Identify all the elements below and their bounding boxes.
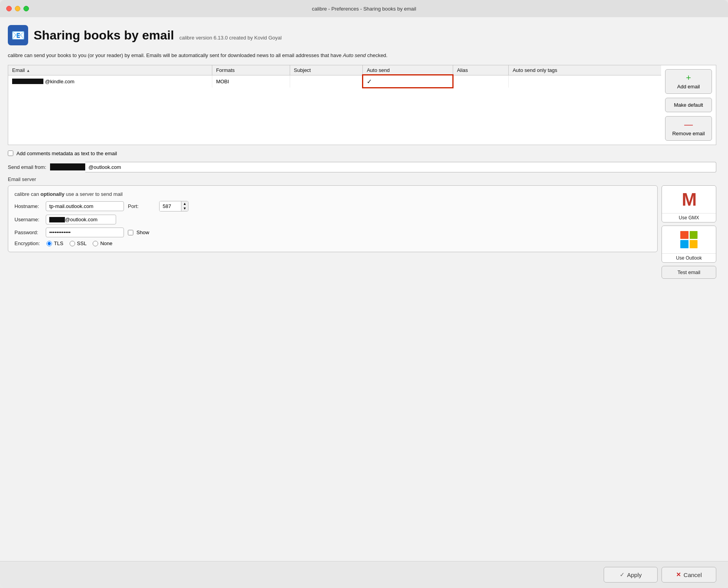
window-title: calibre - Preferences - Sharing books by… — [312, 6, 416, 12]
encryption-tls-radio[interactable] — [47, 241, 52, 246]
table-header-row: Email ▲ Formats Subject Auto send Alias … — [8, 65, 661, 75]
make-default-button[interactable]: Make default — [665, 98, 712, 112]
plus-icon: + — [686, 74, 691, 82]
main-content: 📧 Sharing books by email calibre version… — [0, 17, 728, 561]
title-bar: calibre - Preferences - Sharing books by… — [0, 0, 728, 17]
close-button[interactable] — [6, 6, 12, 11]
username-domain: @outlook.com — [65, 217, 97, 222]
email-table-container: Email ▲ Formats Subject Auto send Alias … — [8, 65, 716, 145]
encryption-none-label: None — [100, 240, 112, 246]
table-row[interactable]: @kindle.com MOBI ✓ — [8, 75, 661, 88]
cancel-x-icon: ✕ — [676, 571, 681, 578]
col-email: Email ▲ — [8, 65, 212, 75]
use-gmx-button[interactable]: M Use GMX — [662, 185, 716, 222]
outlook-logo — [680, 231, 698, 248]
email-server-section: calibre can optionally use a server to s… — [8, 185, 716, 279]
outlook-grid-blue — [680, 240, 689, 248]
apply-label: Apply — [627, 572, 642, 578]
gmx-icon-area: M — [663, 186, 714, 213]
encryption-none-option[interactable]: None — [93, 240, 112, 246]
show-row: Show — [128, 229, 149, 235]
m-icon: M — [682, 189, 696, 210]
alias-cell — [453, 75, 509, 88]
server-optionally: optionally — [40, 191, 64, 197]
port-up-arrow[interactable]: ▲ — [181, 201, 188, 206]
password-row: Password: Show — [14, 228, 651, 237]
encryption-row: Encryption: TLS SSL — [14, 240, 651, 246]
add-email-label: Add email — [677, 84, 700, 90]
auto-send-checkbox[interactable]: ✓ — [367, 78, 372, 85]
email-value: @kindle.com — [12, 79, 208, 84]
page-title: Sharing books by email — [34, 28, 174, 42]
encryption-label: Encryption: — [14, 240, 42, 246]
remove-email-button[interactable]: — Remove email — [665, 116, 712, 141]
cancel-button[interactable]: ✕ Cancel — [662, 567, 716, 583]
formats-cell: MOBI — [212, 75, 290, 88]
port-label: Port: — [128, 203, 155, 209]
metadata-label: Add comments metadata as text to the ema… — [16, 151, 117, 156]
email-table-wrapper: Email ▲ Formats Subject Auto send Alias … — [8, 65, 661, 145]
email-domain: @kindle.com — [45, 79, 74, 84]
show-password-checkbox[interactable] — [128, 230, 133, 235]
col-auto-send: Auto send — [363, 65, 453, 75]
hostname-input[interactable] — [46, 201, 124, 211]
auto-send-tags-cell — [509, 75, 661, 88]
encryption-none-radio[interactable] — [93, 241, 98, 246]
description-text: calibre can send your books to you (or y… — [8, 52, 716, 59]
server-desc-prefix: calibre can — [14, 191, 40, 197]
minimize-button[interactable] — [15, 6, 20, 11]
port-arrows: ▲ ▼ — [181, 201, 188, 212]
use-gmx-label: Use GMX — [662, 213, 716, 222]
port-spinbox[interactable]: ▲ ▼ — [159, 201, 188, 212]
server-description: calibre can optionally use a server to s… — [14, 191, 651, 197]
server-desc-suffix: use a server to send mail — [65, 191, 123, 197]
bottom-bar: ✓ Apply ✕ Cancel — [0, 561, 728, 588]
send-from-row: Send email from: — [8, 162, 716, 172]
subject-cell — [290, 75, 363, 88]
encryption-ssl-option[interactable]: SSL — [70, 240, 87, 246]
email-server-inner: calibre can optionally use a server to s… — [8, 185, 658, 253]
auto-send-cell[interactable]: ✓ — [363, 75, 453, 88]
checkmark-icon: ✓ — [620, 571, 625, 578]
outlook-grid-red — [680, 231, 689, 239]
description-line2: checked. — [367, 52, 387, 58]
email-table: Email ▲ Formats Subject Auto send Alias … — [8, 65, 661, 88]
col-formats: Formats — [212, 65, 290, 75]
maximize-button[interactable] — [23, 6, 29, 11]
version-text: calibre version 6.13.0 created by Kovid … — [179, 35, 282, 41]
use-outlook-button[interactable]: Use Outlook — [662, 226, 716, 263]
server-buttons: M Use GMX — [662, 185, 716, 279]
gmx-logo: M — [682, 189, 696, 210]
hostname-label: Hostname: — [14, 203, 42, 209]
send-from-label: Send email from: — [8, 164, 46, 170]
send-from-input[interactable] — [85, 162, 716, 172]
make-default-label: Make default — [674, 102, 703, 108]
test-email-button[interactable]: Test email — [662, 266, 716, 279]
port-input[interactable] — [160, 201, 181, 212]
port-down-arrow[interactable]: ▼ — [181, 206, 188, 211]
add-email-button[interactable]: + Add email — [665, 69, 712, 94]
page-icon: 📧 — [8, 25, 28, 45]
page-header: 📧 Sharing books by email calibre version… — [8, 25, 716, 45]
encryption-tls-label: TLS — [54, 240, 63, 246]
apply-button[interactable]: ✓ Apply — [604, 567, 658, 583]
header-titles: Sharing books by email calibre version 6… — [34, 28, 282, 43]
email-redacted-block — [12, 79, 43, 84]
use-outlook-label: Use Outlook — [662, 253, 716, 262]
col-alias: Alias — [453, 65, 509, 75]
username-label: Username: — [14, 217, 42, 222]
outlook-icon-area — [663, 226, 714, 253]
show-label: Show — [136, 229, 149, 235]
encryption-ssl-radio[interactable] — [70, 241, 75, 246]
description-line1: calibre can send your books to you (or y… — [8, 52, 341, 58]
email-server-section-wrapper: Email server calibre can optionally use … — [8, 176, 716, 279]
encryption-ssl-label: SSL — [77, 240, 87, 246]
encryption-radio-group: TLS SSL None — [47, 240, 113, 246]
remove-email-label: Remove email — [672, 131, 705, 136]
outlook-grid-green — [690, 231, 698, 239]
cancel-label: Cancel — [683, 572, 702, 578]
password-input[interactable] — [46, 228, 124, 237]
encryption-tls-option[interactable]: TLS — [47, 240, 63, 246]
hostname-row: Hostname: Port: ▲ ▼ — [14, 201, 651, 212]
metadata-checkbox[interactable] — [8, 151, 13, 156]
